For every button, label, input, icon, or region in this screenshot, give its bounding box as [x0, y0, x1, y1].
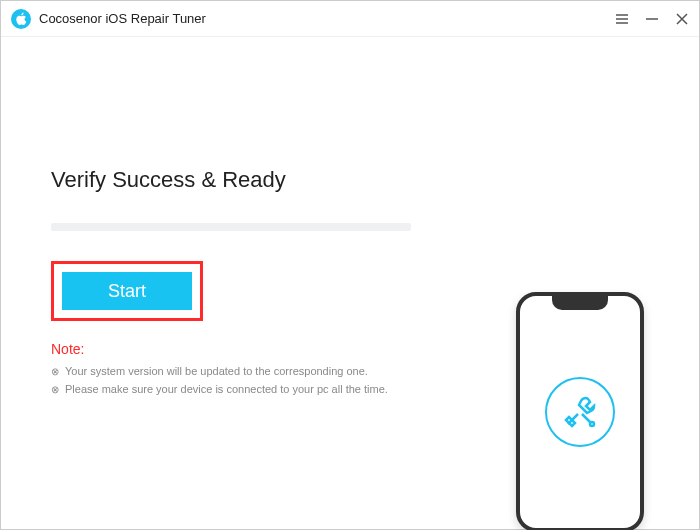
- page-heading: Verify Success & Ready: [51, 167, 649, 193]
- menu-icon[interactable]: [615, 12, 629, 26]
- note-text: Please make sure your device is connecte…: [65, 383, 388, 395]
- window-controls: [615, 12, 689, 26]
- start-button[interactable]: Start: [62, 272, 192, 310]
- main-content: Verify Success & Ready Start Note: ⊗ You…: [1, 167, 699, 530]
- bullet-icon: ⊗: [51, 366, 59, 377]
- app-title: Cocosenor iOS Repair Tuner: [39, 11, 615, 26]
- progress-bar: [51, 223, 411, 231]
- note-text: Your system version will be updated to t…: [65, 365, 368, 377]
- close-icon[interactable]: [675, 12, 689, 26]
- app-logo-icon: [11, 9, 31, 29]
- bullet-icon: ⊗: [51, 384, 59, 395]
- phone-illustration: [516, 292, 644, 530]
- svg-point-0: [590, 422, 594, 426]
- phone-body: [516, 292, 644, 530]
- titlebar: Cocosenor iOS Repair Tuner: [1, 1, 699, 37]
- phone-notch: [552, 296, 608, 310]
- start-highlight-box: Start: [51, 261, 203, 321]
- minimize-icon[interactable]: [645, 12, 659, 26]
- tools-icon: [545, 377, 615, 447]
- app-window: Cocosenor iOS Repair Tuner Verify Succes…: [0, 0, 700, 530]
